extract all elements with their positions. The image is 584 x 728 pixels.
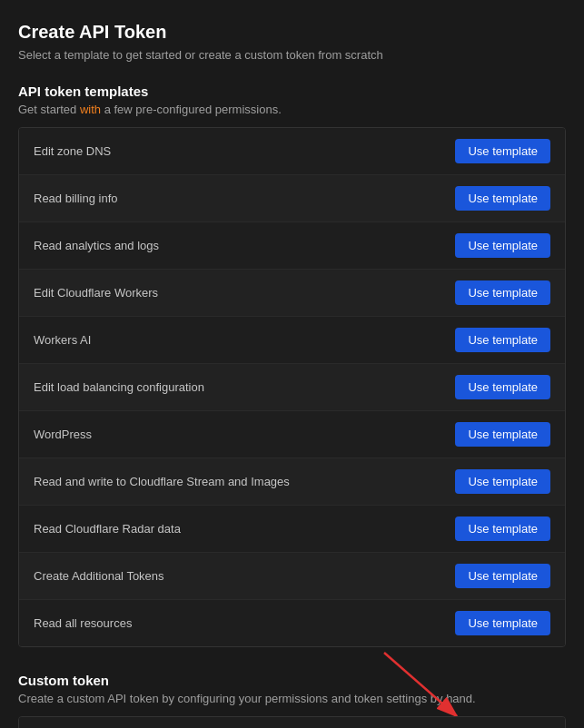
template-row: Read all resourcesUse template bbox=[19, 600, 565, 646]
template-row: Workers AIUse template bbox=[19, 317, 565, 364]
template-name: Read Cloudflare Radar data bbox=[34, 522, 181, 536]
use-template-button[interactable]: Use template bbox=[455, 469, 550, 494]
template-name: Read all resources bbox=[34, 616, 132, 630]
custom-token-row: Create Custom Token Get started bbox=[19, 717, 565, 728]
templates-section-desc: Get started with a few pre-configured pe… bbox=[18, 103, 566, 116]
use-template-button[interactable]: Use template bbox=[455, 375, 550, 399]
template-name: Read billing info bbox=[34, 192, 118, 205]
custom-token-title: Custom token bbox=[18, 673, 566, 688]
template-row: Edit zone DNSUse template bbox=[19, 128, 565, 175]
template-name: Create Additional Tokens bbox=[34, 569, 164, 583]
template-row: Edit load balancing configurationUse tem… bbox=[19, 364, 565, 411]
template-row: Read analytics and logsUse template bbox=[19, 222, 565, 270]
template-row: Create Additional TokensUse template bbox=[19, 553, 565, 600]
template-row: Read and write to Cloudflare Stream and … bbox=[19, 458, 565, 506]
templates-section: API token templates Get started with a f… bbox=[18, 84, 566, 647]
template-row: Read Cloudflare Radar dataUse template bbox=[19, 506, 565, 553]
template-name: Workers AI bbox=[34, 333, 91, 347]
template-name: Edit Cloudflare Workers bbox=[34, 286, 158, 300]
use-template-button[interactable]: Use template bbox=[455, 328, 550, 352]
use-template-button[interactable]: Use template bbox=[455, 564, 550, 588]
template-row: Edit Cloudflare WorkersUse template bbox=[19, 270, 565, 317]
use-template-button[interactable]: Use template bbox=[455, 280, 550, 305]
template-row: Read billing infoUse template bbox=[19, 175, 565, 222]
template-name: Read analytics and logs bbox=[34, 239, 159, 252]
use-template-button[interactable]: Use template bbox=[455, 611, 550, 635]
highlight-text: with bbox=[80, 103, 101, 116]
use-template-button[interactable]: Use template bbox=[455, 233, 550, 258]
custom-token-box: Create Custom Token Get started bbox=[18, 716, 566, 728]
template-name: Edit load balancing configuration bbox=[34, 380, 204, 394]
template-row: WordPressUse template bbox=[19, 411, 565, 458]
page-title: Create API Token bbox=[18, 22, 566, 43]
use-template-button[interactable]: Use template bbox=[455, 516, 550, 541]
use-template-button[interactable]: Use template bbox=[455, 186, 550, 211]
templates-section-title: API token templates bbox=[18, 84, 566, 99]
custom-token-desc: Create a custom API token by configuring… bbox=[18, 692, 566, 705]
template-name: Edit zone DNS bbox=[34, 144, 111, 158]
template-name: Read and write to Cloudflare Stream and … bbox=[34, 475, 290, 488]
use-template-button[interactable]: Use template bbox=[455, 139, 550, 163]
page-subtitle: Select a template to get started or crea… bbox=[18, 48, 566, 62]
custom-token-wrapper: Create Custom Token Get started bbox=[18, 716, 566, 728]
template-name: WordPress bbox=[34, 428, 92, 441]
custom-token-section: Custom token Create a custom API token b… bbox=[18, 673, 566, 728]
use-template-button[interactable]: Use template bbox=[455, 422, 550, 447]
templates-list: Edit zone DNSUse templateRead billing in… bbox=[18, 127, 566, 647]
